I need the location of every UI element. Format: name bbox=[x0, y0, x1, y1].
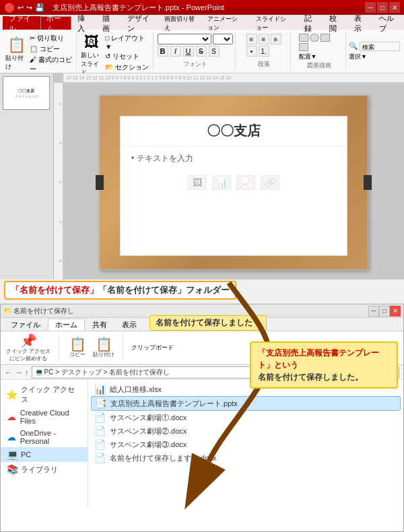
xlsx-icon: 📊 bbox=[94, 384, 106, 395]
explorer-maximize[interactable]: □ bbox=[379, 306, 390, 317]
info-highlight: 「支店別売上高報告書テンプレート」という bbox=[258, 348, 379, 370]
file-name-docx2: サスペンス劇場②.docx bbox=[110, 426, 187, 436]
explorer-close[interactable]: ✕ bbox=[390, 306, 401, 317]
explorer-minimize[interactable]: ─ bbox=[368, 306, 379, 317]
slide-thumbnail[interactable]: 〇〇支店 テキストを入力 bbox=[3, 76, 50, 110]
ribbon-content: 📋 貼り付け ✂ 切り取り 📋 コピー 🖌 書式のコピー クリップボード 🖼 bbox=[0, 30, 404, 73]
app-icon: 🔴 bbox=[4, 3, 15, 13]
shape-arrow[interactable] bbox=[299, 43, 308, 51]
copy-button[interactable]: 📋 コピー bbox=[67, 337, 88, 358]
explorer-section: 「名前を付けて保存」「名前を付けて保存」フォルダー 📁 名前を付けて保存し ─ … bbox=[0, 279, 404, 532]
file-item-docx1[interactable]: 📄 サスペンス劇場①.docx bbox=[91, 411, 401, 424]
new-slide-button[interactable]: 🖼 新しいスライド bbox=[81, 34, 102, 73]
bullet-button[interactable]: • bbox=[246, 46, 257, 57]
explorer-files: 📊 総人口推移.xlsx 📑 支店別売上高報告書テンプレート.pptx 📄 サス… bbox=[88, 380, 403, 508]
align-center-button[interactable]: ≡ bbox=[259, 34, 269, 44]
tab-design[interactable]: デザイン bbox=[121, 16, 159, 30]
slide-title: 〇〇支店 bbox=[121, 117, 347, 146]
exp-tab-share[interactable]: 共有 bbox=[85, 319, 114, 331]
tab-draw[interactable]: 描画 bbox=[96, 16, 121, 30]
layout-button[interactable]: □ レイアウト▼ bbox=[105, 34, 150, 51]
font-family-select[interactable] bbox=[158, 34, 211, 44]
maximize-button[interactable]: □ bbox=[377, 2, 388, 13]
docx3-icon: 📄 bbox=[94, 439, 106, 450]
select-button[interactable]: 選択▼ bbox=[349, 53, 400, 61]
shape-rect[interactable] bbox=[299, 34, 308, 42]
reset-button[interactable]: ↺ リセット bbox=[105, 52, 150, 61]
clipboard-group: 📋 貼り付け ✂ 切り取り 📋 コピー 🖌 書式のコピー クリップボード bbox=[3, 32, 77, 70]
tab-review[interactable]: 校閲 bbox=[323, 16, 348, 30]
tab-view[interactable]: 表示 bbox=[348, 16, 373, 30]
strikethrough-button[interactable]: S̶ bbox=[196, 46, 207, 57]
tab-animation[interactable]: アニメーション bbox=[201, 16, 250, 30]
onedrive-icon: ☁ bbox=[6, 432, 18, 442]
forward-button[interactable]: → bbox=[15, 368, 22, 376]
file-name-docx4: 名前を付けて保存します！.docx bbox=[110, 453, 216, 463]
font-label: フォント bbox=[183, 60, 207, 69]
back-button[interactable]: ← bbox=[5, 368, 12, 376]
tab-insert[interactable]: 挿入 bbox=[71, 16, 96, 30]
close-button[interactable]: ✕ bbox=[389, 2, 400, 13]
exp-tab-file[interactable]: ファイル bbox=[3, 319, 48, 331]
cut-button[interactable]: ✂ 切り取り bbox=[30, 34, 73, 43]
align-left-button[interactable]: ≡ bbox=[246, 34, 257, 44]
title-bar-controls: ─ □ ✕ bbox=[365, 2, 400, 13]
slide-handle-right bbox=[364, 175, 372, 190]
bold-button[interactable]: B bbox=[158, 46, 168, 57]
saved-notification: 名前を付けて保存しました！ bbox=[149, 315, 267, 331]
docx2-icon: 📄 bbox=[94, 426, 106, 436]
numbering-button[interactable]: 1. bbox=[259, 46, 269, 57]
copy-button[interactable]: 📋 コピー bbox=[30, 44, 73, 54]
redo-icon[interactable]: ↪ bbox=[26, 3, 32, 12]
file-item-docx3[interactable]: 📄 サスペンス劇場③.docx bbox=[91, 438, 401, 451]
arrange-button[interactable]: 配置▼ bbox=[299, 53, 317, 61]
placeholder-icon-3: 📈 bbox=[236, 175, 255, 190]
slide-icons: 🖼 📊 📈 🔗 bbox=[131, 175, 336, 190]
sidebar-item-quick-access[interactable]: ⭐ クイック アクセス bbox=[1, 383, 88, 407]
tab-file[interactable]: ファイル bbox=[3, 16, 40, 30]
shape-line[interactable] bbox=[321, 34, 330, 42]
docx4-icon: 📄 bbox=[94, 453, 106, 463]
shadow-button[interactable]: S bbox=[209, 46, 220, 57]
sidebar-item-library[interactable]: 📚 ライブラリ bbox=[1, 462, 88, 477]
file-name-pptx: 支店別売上高報告書テンプレート.pptx bbox=[110, 399, 238, 409]
copy-icon: 📋 bbox=[69, 337, 86, 351]
sidebar-item-creative-cloud[interactable]: ☁ Creative Cloud Files bbox=[1, 407, 88, 427]
underline-button[interactable]: U bbox=[183, 46, 194, 57]
exp-tab-home[interactable]: ホーム bbox=[48, 319, 85, 331]
placeholder-icon-2: 📊 bbox=[212, 175, 231, 190]
address-icon: 💻 bbox=[35, 368, 43, 376]
tab-home[interactable]: ホーム bbox=[40, 16, 71, 30]
file-item-docx4[interactable]: 📄 名前を付けて保存します！.docx bbox=[91, 451, 401, 465]
paste-button[interactable]: 📋 貼り付け bbox=[93, 337, 114, 358]
exp-tab-view[interactable]: 表示 bbox=[114, 319, 144, 331]
shape-circle[interactable] bbox=[310, 34, 319, 42]
tab-slideshow[interactable]: スライドショー bbox=[250, 16, 298, 30]
up-button[interactable]: ↑ bbox=[25, 368, 29, 376]
align-right-button[interactable]: ≡ bbox=[271, 34, 281, 44]
sidebar-item-onedrive[interactable]: ☁ OneDrive - Personal bbox=[1, 427, 88, 447]
undo-icon[interactable]: ↩ bbox=[18, 3, 24, 12]
tab-transition[interactable]: 画面切り替え bbox=[158, 16, 201, 30]
file-item-docx2[interactable]: 📄 サスペンス劇場②.docx bbox=[91, 424, 401, 438]
slide-group: 🖼 新しいスライド □ レイアウト▼ ↺ リセット 📂 セクション▼ スライド bbox=[78, 32, 154, 70]
tab-help[interactable]: ヘルプ bbox=[373, 16, 404, 30]
section-button[interactable]: 📂 セクション▼ bbox=[105, 63, 150, 73]
save-as-annotation: 「名前を付けて保存」「名前を付けて保存」フォルダー bbox=[4, 281, 236, 300]
format-painter-button[interactable]: 🖌 書式のコピー bbox=[30, 55, 73, 73]
pin-to-access-button[interactable]: 📌 クイック アクセスにピン留めする bbox=[6, 334, 50, 362]
placeholder-icon-4: 🔗 bbox=[261, 175, 279, 190]
search-input[interactable]: 検索 bbox=[360, 42, 400, 51]
tab-record[interactable]: 記録 bbox=[298, 16, 323, 30]
paste-icon2: 📋 bbox=[96, 337, 112, 351]
font-group: B I U S̶ S フォント bbox=[155, 32, 236, 70]
paste-button[interactable]: 📋 貼り付け bbox=[5, 36, 27, 71]
file-item-pptx[interactable]: 📑 支店別売上高報告書テンプレート.pptx bbox=[91, 396, 401, 411]
save-icon[interactable]: 💾 bbox=[35, 3, 44, 12]
sidebar-item-pc[interactable]: 💻 PC bbox=[1, 447, 88, 462]
file-name-docx3: サスペンス劇場③.docx bbox=[110, 440, 187, 450]
italic-button[interactable]: I bbox=[170, 46, 181, 57]
font-size-select[interactable] bbox=[213, 34, 233, 44]
ribbon-divider-1 bbox=[59, 335, 59, 362]
minimize-button[interactable]: ─ bbox=[365, 2, 376, 13]
